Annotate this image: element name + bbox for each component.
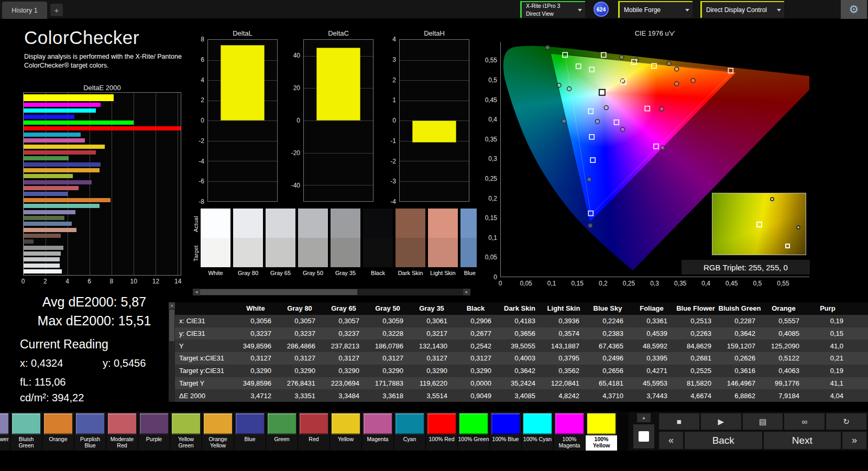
table-cell: 0,3127 xyxy=(454,354,498,362)
measurement-count-badge[interactable]: 624 xyxy=(594,2,609,17)
table-cell: 276,8431 xyxy=(278,379,322,387)
table-cell: 0,3290 xyxy=(366,367,410,375)
patch-button-blue-flower[interactable]: Blue Flower xyxy=(0,412,10,451)
patch-button-100-green[interactable]: 100% Green xyxy=(458,412,490,451)
swatch-actual xyxy=(395,209,425,238)
add-tab-button[interactable]: + xyxy=(50,4,63,16)
patch-button-orange-yellow[interactable]: Orange Yellow xyxy=(202,412,234,451)
loop-button[interactable]: ∞ xyxy=(784,413,825,430)
deltae-bar-row-white xyxy=(24,269,181,273)
patch-button-green[interactable]: Green xyxy=(266,412,298,451)
y-axis-tick-label: 0 xyxy=(283,117,300,124)
settings-button[interactable]: ⚙ xyxy=(841,0,867,19)
stop-button[interactable]: ■ xyxy=(659,413,699,430)
patch-button-yellow-green[interactable]: Yellow Green xyxy=(170,412,202,451)
source-dropdown[interactable]: Mobile Forge xyxy=(618,1,693,18)
deltae-bar-bluish-green xyxy=(24,204,100,208)
save-button[interactable]: ▤ xyxy=(743,413,783,430)
y-axis-tick-label: 0,1 xyxy=(488,234,497,242)
patch-button-100-cyan[interactable]: 100% Cyan xyxy=(522,412,554,451)
deltae-bar-blue-flower xyxy=(24,210,75,214)
table-cell: 3,7443 xyxy=(630,392,674,400)
back-button[interactable]: Back xyxy=(685,432,762,449)
gridline xyxy=(400,181,469,182)
tab-history-1[interactable]: History 1 xyxy=(2,2,47,19)
y-axis-tick-label: 4 xyxy=(379,36,396,43)
play-button[interactable]: ▶ xyxy=(701,413,741,430)
table-cell: 0,3057 xyxy=(322,317,366,325)
swatch-actual xyxy=(428,209,458,238)
target-point xyxy=(588,109,593,114)
table-header-row: WhiteGray 80Gray 65Gray 50Gray 35BlackDa… xyxy=(175,302,868,315)
patch-button-bluish-green[interactable]: Bluish Green xyxy=(10,412,42,451)
column-header-orange: Orange xyxy=(762,304,806,312)
patch-button-100-yellow[interactable]: 100% Yellow xyxy=(586,412,618,451)
x-axis-tick-label: 0,25 xyxy=(623,280,635,287)
next-chevron-button[interactable]: » xyxy=(842,432,866,449)
row-label: Y xyxy=(175,342,234,350)
x-axis-tick-label: 0,55 xyxy=(777,280,789,287)
table-cell: 0,3642 xyxy=(718,330,762,337)
refresh-button[interactable]: ↻ xyxy=(826,413,866,430)
swatch-target xyxy=(298,238,328,267)
patch-button-cyan[interactable]: Cyan xyxy=(394,412,426,451)
meter-dropdown[interactable]: X-Rite i1Pro 3 Direct View xyxy=(520,1,585,18)
patch-swatch xyxy=(427,413,456,434)
patch-button-purple[interactable]: Purple xyxy=(138,412,170,451)
patch-button-100-blue[interactable]: 100% Blue xyxy=(490,412,522,451)
measurement-point xyxy=(667,61,671,65)
deltae-bar-row-green xyxy=(24,156,181,160)
column-header-white: White xyxy=(234,304,278,312)
patch-button-100-red[interactable]: 100% Red xyxy=(426,412,458,451)
target-point xyxy=(576,64,581,69)
column-header-gray-80: Gray 80 xyxy=(278,304,322,312)
deltae-bar-gray-50 xyxy=(24,251,61,256)
back-chevron-button[interactable]: « xyxy=(659,432,683,449)
table-cell: 3,4712 xyxy=(234,392,278,400)
patch-button-red[interactable]: Red xyxy=(298,412,330,451)
table-row-target-x-cie31: Target x:CIE310,31270,31270,31270,31270,… xyxy=(175,352,868,365)
table-cell: 186,0786 xyxy=(366,342,410,350)
deltae-bar-row-100-blue xyxy=(24,115,181,119)
row-label: y: CIE31 xyxy=(175,330,234,337)
patch-window-button[interactable] xyxy=(633,424,654,448)
deltae-bar-moderate-red xyxy=(24,186,79,190)
scrollbar-thumb[interactable] xyxy=(200,289,357,295)
swatch-actual xyxy=(331,209,360,238)
deltae-bar-green xyxy=(24,156,69,160)
table-cell: 159,1207 xyxy=(718,342,762,350)
next-button[interactable]: Next xyxy=(764,432,841,449)
expand-up-button[interactable]: ▲ xyxy=(637,413,651,422)
table-cell: 0,2542 xyxy=(454,342,498,350)
inset-measurement-point xyxy=(770,197,774,201)
y-axis-tick-label: -4 xyxy=(379,198,396,205)
table-cell: 0,3127 xyxy=(234,354,278,362)
patch-button-purplish-blue[interactable]: Purplish Blue xyxy=(74,412,106,451)
table-cell: 349,8596 xyxy=(234,379,278,387)
table-cell: 119,6220 xyxy=(410,379,454,387)
scroll-left-arrow[interactable]: ◄ xyxy=(193,289,200,295)
scrollbar-thumb[interactable] xyxy=(169,310,174,341)
window-icon xyxy=(639,431,649,442)
table-scrollbar[interactable]: ▲ xyxy=(169,302,175,402)
table-cell: 41,1 xyxy=(806,379,850,387)
swatch-scrollbar[interactable]: ◄ ► xyxy=(193,289,470,295)
chevron-down-icon xyxy=(578,9,582,12)
patch-button-magenta[interactable]: Magenta xyxy=(362,412,394,451)
display-control-dropdown[interactable]: Direct Display Control xyxy=(700,1,784,18)
swatch-target xyxy=(201,238,230,267)
target-gamut-outline xyxy=(565,56,733,215)
navigation-row: « Back Next » xyxy=(659,432,866,449)
patch-button-blue[interactable]: Blue xyxy=(234,412,266,451)
patch-button-orange[interactable]: Orange xyxy=(42,412,74,451)
x-axis-tick-label: 0,1 xyxy=(547,280,556,287)
gridline xyxy=(208,141,277,141)
patch-button-100-magenta[interactable]: 100% Magenta xyxy=(554,412,586,451)
patch-label: Magenta xyxy=(362,435,393,451)
patch-button-moderate-red[interactable]: Moderate Red xyxy=(106,412,138,451)
scroll-up-arrow[interactable]: ▲ xyxy=(169,302,175,309)
swatch-label: Gray 80 xyxy=(233,267,263,276)
scroll-right-arrow[interactable]: ► xyxy=(463,289,470,295)
patch-label: 100% Blue xyxy=(490,435,521,451)
patch-button-yellow[interactable]: Yellow xyxy=(330,412,362,451)
